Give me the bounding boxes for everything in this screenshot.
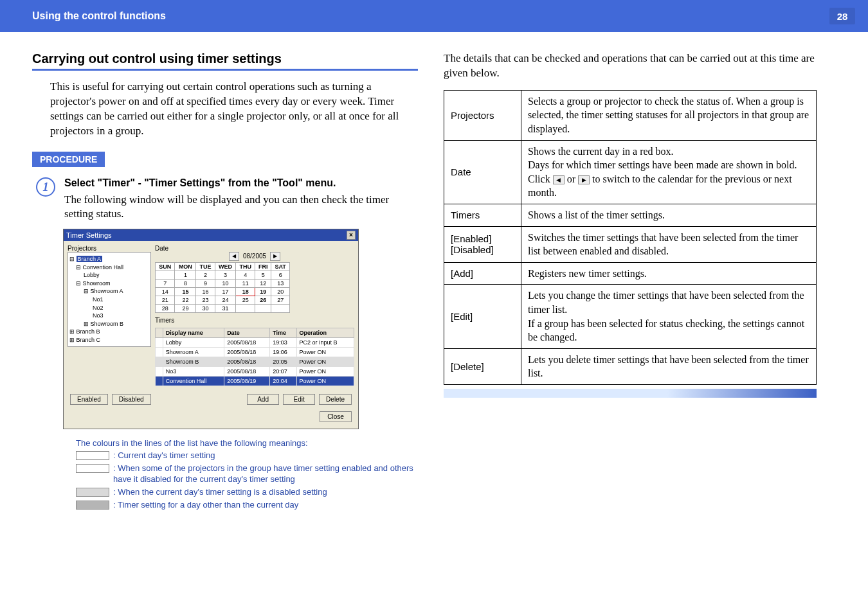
window-title: Timer Settings [66, 231, 112, 239]
continue-indicator [444, 389, 817, 398]
cal-cell[interactable]: 7 [156, 279, 175, 287]
date-label: Date [155, 245, 354, 252]
desc-val: Shows a list of the timer settings. [521, 204, 817, 227]
cal-cell[interactable]: 25 [236, 296, 255, 304]
cal-cell[interactable]: 27 [271, 296, 290, 304]
tree-no3[interactable]: No3 [93, 312, 104, 319]
cal-cell[interactable]: 2 [196, 271, 215, 279]
desc-val-post: to switch to the calendar for the previo… [528, 173, 792, 199]
timers-label: Timers [155, 317, 354, 324]
cal-cell[interactable]: 10 [215, 279, 236, 287]
cal-cell[interactable]: 5 [255, 271, 271, 279]
right-column: The details that can be checked and oper… [444, 51, 817, 512]
timer-row[interactable]: Lobby2005/08/1819:03PC2 or Input B [156, 337, 354, 347]
close-icon[interactable]: × [347, 231, 356, 240]
cal-cell[interactable]: 3 [215, 271, 236, 279]
timer-row[interactable]: Showroom A2005/08/1819:06Power ON [156, 347, 354, 357]
tree-branch-a[interactable]: Branch A [77, 256, 103, 262]
cal-cell[interactable]: 15 [175, 287, 196, 296]
cal-cell[interactable]: 12 [255, 279, 271, 287]
intro-paragraph: This is useful for carrying out certain … [50, 80, 418, 139]
cal-cell[interactable]: 24 [215, 296, 236, 304]
edit-button[interactable]: Edit [283, 394, 315, 405]
disabled-button[interactable]: Disabled [112, 394, 151, 405]
cal-cell[interactable]: 20 [271, 287, 290, 296]
tree-no1[interactable]: No1 [93, 296, 104, 303]
legend-intro: The colours in the lines of the list hav… [76, 438, 418, 448]
timer-row-selected[interactable]: Convention Hall2005/08/1920:04Power ON [156, 376, 354, 386]
cal-cell[interactable]: 17 [215, 287, 236, 296]
tree-showroom-b[interactable]: Showroom B [91, 321, 124, 327]
th-icon [156, 328, 163, 337]
desc-key: [Delete] [444, 348, 521, 384]
right-arrow-icon: ▶ [578, 175, 590, 184]
cal-day: THU [236, 262, 255, 271]
tree-conv-hall[interactable]: Convention Hall [83, 264, 124, 271]
cal-day: SUN [156, 262, 175, 271]
add-button[interactable]: Add [247, 394, 279, 405]
cal-cell[interactable] [271, 304, 290, 312]
projectors-tree[interactable]: ⊟ Branch A ⊟ Convention Hall Lobby ⊟ Sho… [68, 252, 151, 348]
swatch-mixed [76, 464, 109, 473]
tree-showroom[interactable]: Showroom [83, 280, 111, 287]
step-paragraph: The following window will be displayed a… [64, 193, 418, 221]
cal-cell[interactable] [236, 304, 255, 312]
tree-branch-b[interactable]: Branch B [77, 328, 100, 335]
cal-cell[interactable]: 29 [175, 304, 196, 312]
cal-cell[interactable]: 19 [255, 287, 271, 296]
cal-cell[interactable] [255, 304, 271, 312]
cal-day: WED [215, 262, 236, 271]
cal-cell[interactable]: 26 [255, 296, 271, 304]
prev-month-button[interactable]: ◀ [229, 252, 239, 261]
timer-row[interactable]: Showroom B2005/08/1820:05Power ON [156, 357, 354, 366]
cal-cell[interactable]: 23 [196, 296, 215, 304]
desc-key: [Enabled] [Disabled] [444, 226, 521, 262]
legend-text-4: : Timer setting for a day other than the… [112, 500, 298, 511]
delete-button[interactable]: Delete [319, 394, 352, 405]
cal-cell[interactable]: 31 [215, 304, 236, 312]
cal-cell[interactable]: 18 [236, 287, 255, 296]
legend-text-3: : When the current day's timer setting i… [112, 487, 327, 498]
cal-cell[interactable]: 4 [236, 271, 255, 279]
window-titlebar: Timer Settings × [64, 229, 358, 241]
timer-row[interactable]: No32005/08/1820:07Power ON [156, 366, 354, 376]
th-display: Display name [163, 328, 224, 337]
tree-lobby[interactable]: Lobby [84, 272, 100, 278]
desc-key: Timers [444, 204, 521, 227]
projectors-label: Projectors [68, 245, 151, 252]
page-number: 28 [829, 8, 855, 24]
content-area: Carrying out control using timer setting… [0, 32, 868, 512]
cal-cell[interactable]: 14 [156, 287, 175, 296]
cal-cell[interactable]: 1 [175, 271, 196, 279]
cal-cell[interactable]: 22 [175, 296, 196, 304]
desc-val: Lets you delete timer settings that have… [521, 348, 817, 384]
cal-cell[interactable] [156, 271, 175, 279]
swatch-other [76, 501, 109, 510]
th-time: Time [270, 328, 296, 337]
header-bar: Using the control functions 28 [0, 0, 868, 32]
header-title: Using the control functions [32, 10, 166, 22]
close-button[interactable]: Close [320, 411, 352, 422]
next-month-button[interactable]: ▶ [270, 252, 280, 261]
timers-table[interactable]: Display name Date Time Operation Lobby20… [155, 328, 354, 386]
enabled-button[interactable]: Enabled [70, 394, 108, 405]
desc-val: Switches the timer settings that have be… [521, 226, 817, 262]
cal-cell[interactable]: 28 [156, 304, 175, 312]
cal-cell[interactable]: 21 [156, 296, 175, 304]
cal-cell[interactable]: 13 [271, 279, 290, 287]
cal-cell[interactable]: 16 [196, 287, 215, 296]
cal-cell[interactable]: 9 [196, 279, 215, 287]
cal-cell[interactable]: 6 [271, 271, 290, 279]
cal-cell[interactable]: 30 [196, 304, 215, 312]
tree-no2[interactable]: No2 [93, 305, 104, 311]
description-table: Projectors Selects a group or projector … [444, 90, 817, 385]
cal-cell[interactable]: 11 [236, 279, 255, 287]
calendar[interactable]: SUN MON TUE WED THU FRI SAT 1 [155, 262, 290, 313]
month-label: 08/2005 [243, 253, 266, 260]
cal-cell[interactable]: 8 [175, 279, 196, 287]
legend: The colours in the lines of the list hav… [76, 438, 418, 510]
right-intro: The details that can be checked and oper… [444, 51, 817, 81]
tree-showroom-a[interactable]: Showroom A [91, 288, 123, 294]
tree-branch-c[interactable]: Branch C [77, 337, 101, 343]
desc-key: Date [444, 140, 521, 204]
